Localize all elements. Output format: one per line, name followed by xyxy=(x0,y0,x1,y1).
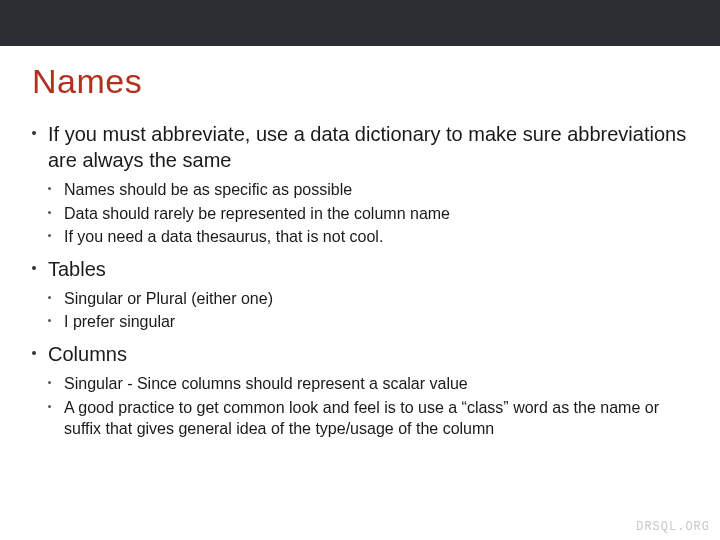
bullet-icon xyxy=(32,266,36,270)
sub-list: Singular or Plural (either one) I prefer… xyxy=(48,288,688,333)
sub-list: Names should be as specific as possible … xyxy=(48,179,688,248)
list-item: Data should rarely be represented in the… xyxy=(48,203,688,225)
slide-content: Names If you must abbreviate, use a data… xyxy=(0,46,720,440)
bullet-list: If you must abbreviate, use a data dicti… xyxy=(32,121,688,440)
list-item: If you must abbreviate, use a data dicti… xyxy=(32,121,688,248)
bullet-icon xyxy=(48,319,51,322)
list-item: Columns Singular - Since columns should … xyxy=(32,341,688,440)
list-item-text: Singular - Since columns should represen… xyxy=(64,373,688,395)
bullet-icon xyxy=(48,234,51,237)
bullet-icon xyxy=(48,296,51,299)
list-item-text: A good practice to get common look and f… xyxy=(64,397,688,440)
list-item: Singular - Since columns should represen… xyxy=(48,373,688,395)
list-item: If you need a data thesaurus, that is no… xyxy=(48,226,688,248)
list-item-text: Columns xyxy=(48,341,688,367)
sub-list: Singular - Since columns should represen… xyxy=(48,373,688,440)
bullet-icon xyxy=(48,211,51,214)
bullet-icon xyxy=(32,131,36,135)
list-item: A good practice to get common look and f… xyxy=(48,397,688,440)
watermark: DRSQL.ORG xyxy=(636,520,710,534)
list-item-text: Names should be as specific as possible xyxy=(64,179,688,201)
bullet-icon xyxy=(48,381,51,384)
list-item-text: Tables xyxy=(48,256,688,282)
top-bar xyxy=(0,0,720,46)
bullet-icon xyxy=(48,187,51,190)
slide-title: Names xyxy=(32,62,688,101)
bullet-icon xyxy=(48,405,51,408)
list-item-text: If you must abbreviate, use a data dicti… xyxy=(48,121,688,173)
bullet-icon xyxy=(32,351,36,355)
list-item-text: Singular or Plural (either one) xyxy=(64,288,688,310)
list-item-text: I prefer singular xyxy=(64,311,688,333)
list-item: Singular or Plural (either one) xyxy=(48,288,688,310)
list-item: Tables Singular or Plural (either one) I… xyxy=(32,256,688,333)
list-item-text: If you need a data thesaurus, that is no… xyxy=(64,226,688,248)
list-item-text: Data should rarely be represented in the… xyxy=(64,203,688,225)
list-item: Names should be as specific as possible xyxy=(48,179,688,201)
list-item: I prefer singular xyxy=(48,311,688,333)
